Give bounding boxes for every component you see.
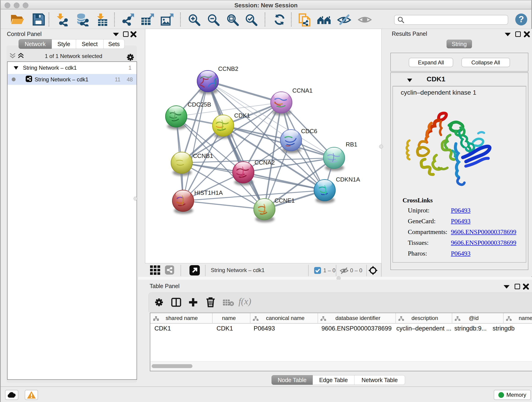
svg-text:CCNA2: CCNA2: [254, 159, 275, 166]
svg-text:CDC6: CDC6: [301, 128, 317, 134]
svg-text:HIST1H1A: HIST1H1A: [194, 189, 223, 196]
svg-text:CCNA1: CCNA1: [292, 87, 312, 94]
svg-text:CDC25B: CDC25B: [188, 101, 211, 108]
svg-text:CDKN1A: CDKN1A: [336, 176, 360, 183]
svg-text:CCNE1: CCNE1: [274, 197, 295, 204]
svg-text:CCNB2: CCNB2: [218, 65, 238, 72]
svg-text:CDK1: CDK1: [234, 112, 250, 119]
svg-text:RB1: RB1: [346, 141, 357, 148]
svg-text:?: ?: [519, 14, 524, 24]
svg-text:CCNB1: CCNB1: [193, 153, 213, 159]
